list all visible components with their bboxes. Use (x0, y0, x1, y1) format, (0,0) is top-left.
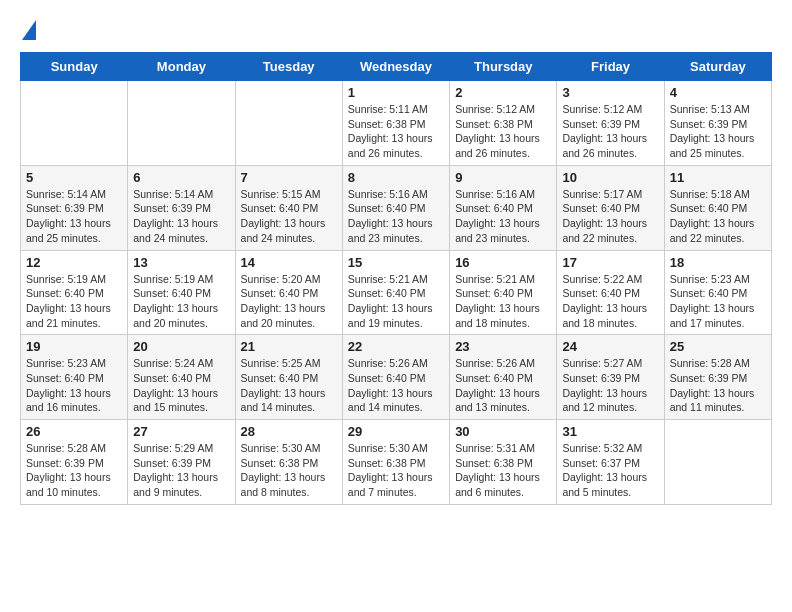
day-info: Sunrise: 5:13 AMSunset: 6:39 PMDaylight:… (670, 102, 766, 161)
day-cell: 22Sunrise: 5:26 AMSunset: 6:40 PMDayligh… (342, 335, 449, 420)
day-cell: 9Sunrise: 5:16 AMSunset: 6:40 PMDaylight… (450, 165, 557, 250)
day-info: Sunrise: 5:19 AMSunset: 6:40 PMDaylight:… (26, 272, 122, 331)
weekday-sunday: Sunday (21, 53, 128, 81)
week-row-3: 12Sunrise: 5:19 AMSunset: 6:40 PMDayligh… (21, 250, 772, 335)
day-info: Sunrise: 5:26 AMSunset: 6:40 PMDaylight:… (348, 356, 444, 415)
day-cell: 7Sunrise: 5:15 AMSunset: 6:40 PMDaylight… (235, 165, 342, 250)
day-cell: 27Sunrise: 5:29 AMSunset: 6:39 PMDayligh… (128, 420, 235, 505)
calendar-body: 1Sunrise: 5:11 AMSunset: 6:38 PMDaylight… (21, 81, 772, 505)
day-info: Sunrise: 5:17 AMSunset: 6:40 PMDaylight:… (562, 187, 658, 246)
day-info: Sunrise: 5:12 AMSunset: 6:39 PMDaylight:… (562, 102, 658, 161)
day-cell (664, 420, 771, 505)
day-info: Sunrise: 5:16 AMSunset: 6:40 PMDaylight:… (455, 187, 551, 246)
day-cell: 17Sunrise: 5:22 AMSunset: 6:40 PMDayligh… (557, 250, 664, 335)
weekday-thursday: Thursday (450, 53, 557, 81)
day-number: 29 (348, 424, 444, 439)
day-number: 7 (241, 170, 337, 185)
day-cell: 3Sunrise: 5:12 AMSunset: 6:39 PMDaylight… (557, 81, 664, 166)
day-number: 1 (348, 85, 444, 100)
day-number: 24 (562, 339, 658, 354)
logo (20, 20, 37, 36)
week-row-1: 1Sunrise: 5:11 AMSunset: 6:38 PMDaylight… (21, 81, 772, 166)
svg-marker-0 (22, 20, 36, 40)
day-cell: 25Sunrise: 5:28 AMSunset: 6:39 PMDayligh… (664, 335, 771, 420)
day-cell: 30Sunrise: 5:31 AMSunset: 6:38 PMDayligh… (450, 420, 557, 505)
day-cell: 29Sunrise: 5:30 AMSunset: 6:38 PMDayligh… (342, 420, 449, 505)
day-info: Sunrise: 5:27 AMSunset: 6:39 PMDaylight:… (562, 356, 658, 415)
day-info: Sunrise: 5:19 AMSunset: 6:40 PMDaylight:… (133, 272, 229, 331)
day-info: Sunrise: 5:26 AMSunset: 6:40 PMDaylight:… (455, 356, 551, 415)
day-info: Sunrise: 5:30 AMSunset: 6:38 PMDaylight:… (348, 441, 444, 500)
weekday-header-row: SundayMondayTuesdayWednesdayThursdayFrid… (21, 53, 772, 81)
day-number: 14 (241, 255, 337, 270)
day-cell: 4Sunrise: 5:13 AMSunset: 6:39 PMDaylight… (664, 81, 771, 166)
day-cell: 21Sunrise: 5:25 AMSunset: 6:40 PMDayligh… (235, 335, 342, 420)
day-cell: 16Sunrise: 5:21 AMSunset: 6:40 PMDayligh… (450, 250, 557, 335)
day-number: 27 (133, 424, 229, 439)
day-cell: 28Sunrise: 5:30 AMSunset: 6:38 PMDayligh… (235, 420, 342, 505)
day-info: Sunrise: 5:14 AMSunset: 6:39 PMDaylight:… (26, 187, 122, 246)
day-cell: 12Sunrise: 5:19 AMSunset: 6:40 PMDayligh… (21, 250, 128, 335)
calendar-table: SundayMondayTuesdayWednesdayThursdayFrid… (20, 52, 772, 505)
day-info: Sunrise: 5:24 AMSunset: 6:40 PMDaylight:… (133, 356, 229, 415)
day-info: Sunrise: 5:23 AMSunset: 6:40 PMDaylight:… (670, 272, 766, 331)
day-number: 13 (133, 255, 229, 270)
logo-icon (22, 20, 36, 40)
day-cell: 1Sunrise: 5:11 AMSunset: 6:38 PMDaylight… (342, 81, 449, 166)
day-info: Sunrise: 5:15 AMSunset: 6:40 PMDaylight:… (241, 187, 337, 246)
day-cell: 6Sunrise: 5:14 AMSunset: 6:39 PMDaylight… (128, 165, 235, 250)
day-info: Sunrise: 5:21 AMSunset: 6:40 PMDaylight:… (348, 272, 444, 331)
day-number: 19 (26, 339, 122, 354)
day-number: 2 (455, 85, 551, 100)
day-info: Sunrise: 5:18 AMSunset: 6:40 PMDaylight:… (670, 187, 766, 246)
day-info: Sunrise: 5:16 AMSunset: 6:40 PMDaylight:… (348, 187, 444, 246)
day-cell: 13Sunrise: 5:19 AMSunset: 6:40 PMDayligh… (128, 250, 235, 335)
day-cell: 8Sunrise: 5:16 AMSunset: 6:40 PMDaylight… (342, 165, 449, 250)
day-number: 3 (562, 85, 658, 100)
day-cell: 20Sunrise: 5:24 AMSunset: 6:40 PMDayligh… (128, 335, 235, 420)
day-number: 12 (26, 255, 122, 270)
weekday-tuesday: Tuesday (235, 53, 342, 81)
day-info: Sunrise: 5:11 AMSunset: 6:38 PMDaylight:… (348, 102, 444, 161)
week-row-5: 26Sunrise: 5:28 AMSunset: 6:39 PMDayligh… (21, 420, 772, 505)
day-info: Sunrise: 5:32 AMSunset: 6:37 PMDaylight:… (562, 441, 658, 500)
day-cell: 2Sunrise: 5:12 AMSunset: 6:38 PMDaylight… (450, 81, 557, 166)
day-info: Sunrise: 5:21 AMSunset: 6:40 PMDaylight:… (455, 272, 551, 331)
day-number: 31 (562, 424, 658, 439)
day-info: Sunrise: 5:14 AMSunset: 6:39 PMDaylight:… (133, 187, 229, 246)
weekday-monday: Monday (128, 53, 235, 81)
day-info: Sunrise: 5:31 AMSunset: 6:38 PMDaylight:… (455, 441, 551, 500)
day-number: 4 (670, 85, 766, 100)
day-number: 23 (455, 339, 551, 354)
day-number: 21 (241, 339, 337, 354)
day-cell: 5Sunrise: 5:14 AMSunset: 6:39 PMDaylight… (21, 165, 128, 250)
calendar-header: SundayMondayTuesdayWednesdayThursdayFrid… (21, 53, 772, 81)
weekday-saturday: Saturday (664, 53, 771, 81)
day-info: Sunrise: 5:20 AMSunset: 6:40 PMDaylight:… (241, 272, 337, 331)
weekday-friday: Friday (557, 53, 664, 81)
day-info: Sunrise: 5:28 AMSunset: 6:39 PMDaylight:… (26, 441, 122, 500)
day-cell: 11Sunrise: 5:18 AMSunset: 6:40 PMDayligh… (664, 165, 771, 250)
day-cell: 23Sunrise: 5:26 AMSunset: 6:40 PMDayligh… (450, 335, 557, 420)
day-info: Sunrise: 5:22 AMSunset: 6:40 PMDaylight:… (562, 272, 658, 331)
day-number: 6 (133, 170, 229, 185)
day-number: 18 (670, 255, 766, 270)
day-info: Sunrise: 5:30 AMSunset: 6:38 PMDaylight:… (241, 441, 337, 500)
day-number: 30 (455, 424, 551, 439)
day-cell: 18Sunrise: 5:23 AMSunset: 6:40 PMDayligh… (664, 250, 771, 335)
day-info: Sunrise: 5:28 AMSunset: 6:39 PMDaylight:… (670, 356, 766, 415)
day-number: 28 (241, 424, 337, 439)
day-number: 11 (670, 170, 766, 185)
day-info: Sunrise: 5:25 AMSunset: 6:40 PMDaylight:… (241, 356, 337, 415)
day-cell (235, 81, 342, 166)
day-cell (21, 81, 128, 166)
day-number: 5 (26, 170, 122, 185)
day-cell: 26Sunrise: 5:28 AMSunset: 6:39 PMDayligh… (21, 420, 128, 505)
weekday-wednesday: Wednesday (342, 53, 449, 81)
day-number: 22 (348, 339, 444, 354)
week-row-4: 19Sunrise: 5:23 AMSunset: 6:40 PMDayligh… (21, 335, 772, 420)
day-info: Sunrise: 5:29 AMSunset: 6:39 PMDaylight:… (133, 441, 229, 500)
day-cell (128, 81, 235, 166)
day-cell: 19Sunrise: 5:23 AMSunset: 6:40 PMDayligh… (21, 335, 128, 420)
day-number: 8 (348, 170, 444, 185)
